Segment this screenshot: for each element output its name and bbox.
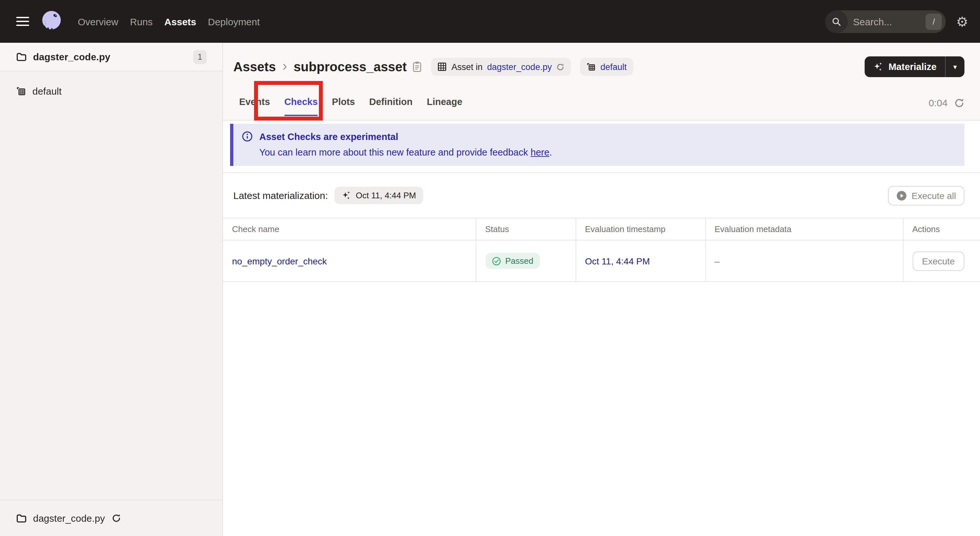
banner-period: . [549,147,552,157]
execute-all-button[interactable]: Execute all [888,186,964,205]
sparkle-icon [873,62,883,72]
latest-materialization-label: Latest materialization: [233,190,328,201]
feedback-link[interactable]: here [530,147,549,157]
materialize-dropdown-caret[interactable]: ▾ [946,56,964,77]
asset-group-icon [587,62,596,71]
refresh-timer: 0:04 [929,97,948,108]
play-circle-icon [896,190,907,200]
sparkle-icon [342,191,351,200]
status-badge: Passed [485,253,540,269]
primary-nav: Overview Runs Assets Deployment [78,16,260,27]
latest-materialization-timestamp: Oct 11, 4:44 PM [356,191,416,200]
reload-icon[interactable] [111,513,121,523]
breadcrumb: Assets › subprocess_asset [223,43,980,91]
asset-header: Assets › subprocess_asset [223,43,980,121]
global-search[interactable]: / [825,10,946,33]
nav-item-overview[interactable]: Overview [78,16,118,27]
banner-body-text: You can learn more about this new featur… [259,147,530,157]
dagster-logo-icon[interactable] [39,9,64,34]
execute-all-label: Execute all [912,190,956,200]
checks-table: Check name Status Evaluation timestamp E… [223,218,980,282]
tab-lineage[interactable]: Lineage [427,91,463,116]
evaluation-timestamp-link[interactable]: Oct 11, 4:44 PM [585,256,650,266]
sidebar-item-code-location[interactable]: dagster_code.py 1 [0,43,222,71]
status-label: Passed [505,256,533,266]
latest-materialization-chip[interactable]: Oct 11, 4:44 PM [334,187,423,204]
folder-icon [16,52,27,61]
materialize-split-button: Materialize ▾ [865,56,964,77]
hamburger-menu-icon[interactable] [16,16,29,26]
sidebar-item-label: default [32,85,62,96]
nav-item-deployment[interactable]: Deployment [208,16,260,27]
sidebar-item-group-default[interactable]: default [0,79,222,102]
reload-icon[interactable] [557,62,565,71]
breadcrumb-assets-link[interactable]: Assets [233,59,276,74]
col-evaluation-timestamp: Evaluation timestamp [576,218,705,240]
banner-title: Asset Checks are experimental [259,131,398,142]
sidebar-item-label: dagster_code.py [33,513,105,524]
tab-checks[interactable]: Checks [284,91,318,116]
col-status: Status [476,218,576,240]
tab-definition[interactable]: Definition [369,91,412,116]
nav-item-runs[interactable]: Runs [130,16,153,27]
tab-events[interactable]: Events [239,91,270,116]
execute-label: Execute [922,256,955,266]
asset-chip-prefix: Asset in [452,62,482,72]
asset-group-icon [16,86,26,95]
col-check-name: Check name [223,218,476,240]
asset-count-badge: 1 [193,49,207,64]
materialize-label: Materialize [889,62,937,72]
experimental-banner: Asset Checks are experimental You can le… [230,124,964,166]
nav-item-assets[interactable]: Assets [164,16,196,27]
check-name-link[interactable]: no_empty_order_check [232,256,327,266]
sidebar-code-location-footer[interactable]: dagster_code.py [0,500,222,536]
checks-tab-content: Asset Checks are experimental You can le… [223,121,980,536]
col-evaluation-metadata: Evaluation metadata [705,218,903,240]
sidebar-item-label: dagster_code.py [33,51,110,62]
asset-grid-icon [438,62,447,71]
asset-tabs: Events Checks Plots Definition Lineage 0… [223,91,980,120]
page-title: subprocess_asset [294,59,407,74]
top-nav-bar: Overview Runs Assets Deployment / ⚙ [0,0,980,43]
search-icon [825,10,848,33]
execute-button[interactable]: Execute [912,251,964,270]
check-circle-icon [492,256,501,266]
code-location-link[interactable]: dagster_code.py [487,62,552,72]
folder-icon [16,514,27,523]
search-input[interactable] [848,16,926,27]
materialize-button[interactable]: Materialize [865,56,945,77]
col-actions: Actions [903,218,980,240]
copy-asset-name-icon[interactable] [412,61,422,73]
asset-location-chip: Asset in dagster_code.py [431,58,571,76]
table-row: no_empty_order_check Passed [223,240,980,282]
tab-plots[interactable]: Plots [332,91,355,116]
asset-sidebar: dagster_code.py 1 default [0,43,223,536]
asset-group-chip: default [581,58,633,76]
chevron-right-icon: › [282,59,287,75]
main-content: Assets › subprocess_asset [223,43,980,536]
group-link[interactable]: default [600,62,627,72]
search-shortcut-badge: / [926,13,942,30]
table-header-row: Check name Status Evaluation timestamp E… [223,218,980,240]
latest-materialization-row: Latest materialization: Oct 11, 4:44 PM [223,173,980,218]
info-icon [242,131,253,142]
evaluation-metadata-value: – [714,256,720,266]
refresh-icon[interactable] [954,97,964,108]
settings-gear-icon[interactable]: ⚙ [956,14,968,28]
banner-body: You can learn more about this new featur… [259,147,955,157]
dagster-app: Overview Runs Assets Deployment / ⚙ [0,0,980,536]
